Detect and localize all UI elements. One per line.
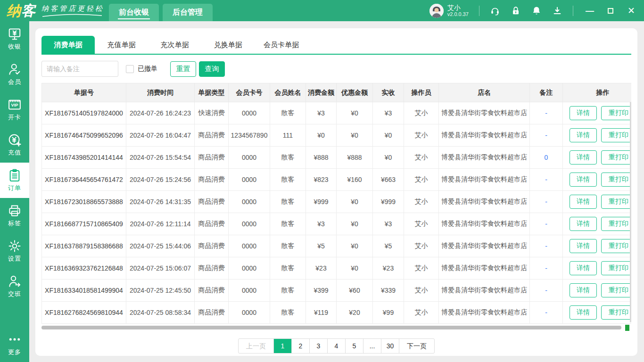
reprint-button[interactable]: 重打印 (601, 305, 631, 320)
pagination-page-2[interactable]: 2 (292, 339, 310, 353)
pagination-page-1[interactable]: 1 (274, 339, 292, 353)
avatar[interactable] (429, 4, 444, 18)
table-row: XF18167230188655738882024-07-26 14:31:35… (42, 191, 632, 213)
column-header: 操作 (563, 83, 632, 102)
reprint-button[interactable]: 重打印 (601, 173, 631, 187)
cell-note: - (530, 102, 563, 124)
detail-button[interactable]: 详情 (570, 150, 597, 165)
cell-store-name: 博爱县清华街零食饮料超市店 (439, 147, 530, 169)
detail-button[interactable]: 详情 (570, 283, 597, 297)
reset-button[interactable]: 重置 (170, 61, 196, 77)
sidebar-item-more[interactable]: 更多 (0, 327, 29, 362)
detail-button[interactable]: 详情 (570, 195, 597, 209)
cancelled-checkbox-label[interactable]: 已撤单 (138, 65, 157, 73)
pagination-next[interactable]: 下一页 (399, 339, 434, 353)
cell-actions: 详情重打印 (563, 235, 632, 257)
note-link[interactable]: 0 (545, 154, 548, 161)
sidebar-item-recharge[interactable]: 充值 (0, 127, 29, 163)
sidebar-item-cashier[interactable]: 收银 (0, 21, 29, 57)
search-button[interactable]: 查询 (199, 61, 225, 77)
cell-consume-time: 2024-07-26 16:04:47 (126, 124, 195, 147)
cell-consume-time: 2024-07-26 16:24:23 (126, 102, 195, 124)
pagination-page-3[interactable]: 3 (310, 339, 328, 353)
cell-bill-type: 商品消费 (195, 280, 229, 302)
reprint-button[interactable]: 重打印 (601, 261, 631, 275)
cell-bill-no: XF1816334018581499904 (42, 280, 126, 302)
detail-button[interactable]: 详情 (570, 305, 597, 320)
maximize-icon[interactable] (606, 7, 615, 15)
nav-tab-backend-manage[interactable]: 后台管理 (163, 4, 213, 21)
pagination-ellipsis[interactable]: ... (363, 339, 381, 353)
sidebar-item-vip-card[interactable]: VIP开卡 (0, 92, 29, 127)
doc-tab-0[interactable]: 消费单据 (41, 36, 95, 54)
reprint-button[interactable]: 重打印 (601, 150, 631, 165)
column-header: 备注 (530, 83, 563, 102)
detail-button[interactable]: 详情 (570, 261, 597, 275)
pagination-page-4[interactable]: 4 (328, 339, 346, 353)
cell-card-no: 0000 (229, 169, 270, 191)
cell-discount-amount: ¥0 (337, 235, 373, 257)
support-headset-icon[interactable] (490, 6, 500, 16)
pagination-page-30[interactable]: 30 (381, 339, 399, 353)
cell-consume-amount: ¥888 (306, 147, 337, 169)
cell-actions: 详情重打印 (563, 169, 632, 191)
bell-icon[interactable] (531, 6, 542, 16)
cell-operator: 艾小 (404, 124, 439, 147)
sidebar-item-shift[interactable]: 交班 (0, 269, 29, 304)
horizontal-scrollbar-thumb[interactable] (41, 326, 621, 329)
table-row: XF18162768245698109442024-07-25 08:58:34… (42, 302, 632, 324)
pagination-page-5[interactable]: 5 (346, 339, 363, 353)
vertical-scrollbar[interactable] (630, 102, 631, 322)
cell-consume-amount: ¥3 (306, 102, 337, 124)
sidebar-item-settings[interactable]: 设置 (0, 233, 29, 269)
detail-button[interactable]: 详情 (570, 173, 597, 187)
cell-note: - (530, 235, 563, 257)
orders-table: 单据号消费时间单据类型会员卡号会员姓名消费金额优惠金额实收操作员店名备注操作 X… (41, 83, 631, 324)
nav-tab-front-cashier[interactable]: 前台收银 (109, 4, 159, 21)
settings-icon (8, 239, 22, 253)
doc-tab-3[interactable]: 兑换单据 (201, 36, 255, 54)
table-header-row: 单据号消费时间单据类型会员卡号会员姓名消费金额优惠金额实收操作员店名备注操作 (42, 83, 632, 102)
cell-card-no: 0000 (229, 102, 270, 124)
sidebar-item-member[interactable]: 会员 (0, 57, 29, 92)
cell-bill-no: XF1816743985201414144 (42, 147, 126, 169)
sidebar-item-orders[interactable]: 订单 (0, 163, 29, 198)
cell-note: - (530, 213, 563, 235)
horizontal-scrollbar-track (41, 325, 631, 331)
detail-button[interactable]: 详情 (570, 106, 597, 120)
cell-member-name: 散客 (270, 280, 306, 302)
doc-tab-2[interactable]: 充次单据 (148, 36, 201, 54)
cancelled-checkbox[interactable] (126, 65, 134, 73)
close-icon[interactable]: ✕ (627, 7, 636, 15)
reprint-button[interactable]: 重打印 (601, 239, 631, 253)
column-header: 单据类型 (195, 83, 229, 102)
reprint-button[interactable]: 重打印 (601, 106, 631, 120)
logo-part1: 纳 (7, 3, 21, 18)
doc-tab-1[interactable]: 充值单据 (95, 36, 148, 54)
cell-bill-type: 商品消费 (195, 257, 229, 280)
user-block[interactable]: 艾小 v2.0.0.37 (429, 4, 469, 18)
cell-card-no: 0000 (229, 191, 270, 213)
document-tabs: 消费单据充值单据充次单据兑换单据会员卡单据 (41, 36, 631, 55)
detail-button[interactable]: 详情 (570, 217, 597, 231)
cell-discount-amount: ¥160 (337, 169, 373, 191)
column-header: 消费金额 (306, 83, 337, 102)
detail-button[interactable]: 详情 (570, 128, 597, 142)
cell-consume-amount: ¥823 (306, 169, 337, 191)
reprint-button[interactable]: 重打印 (601, 217, 631, 231)
reprint-button[interactable]: 重打印 (601, 283, 631, 297)
table-row: XF18163693237621268482024-07-25 15:06:07… (42, 257, 632, 280)
doc-tab-4[interactable]: 会员卡单据 (255, 36, 308, 54)
lock-icon[interactable] (511, 6, 521, 16)
label-icon (8, 204, 22, 218)
reprint-button[interactable]: 重打印 (601, 195, 631, 209)
reprint-button[interactable]: 重打印 (601, 128, 631, 142)
pagination-prev[interactable]: 上一页 (239, 339, 274, 353)
minimize-icon[interactable]: — (586, 7, 594, 15)
note-search-input[interactable] (41, 61, 118, 77)
member-icon (8, 62, 22, 76)
detail-button[interactable]: 详情 (570, 239, 597, 253)
download-icon[interactable] (552, 6, 562, 16)
sidebar-item-label[interactable]: 标签 (0, 198, 29, 233)
scrollbar-corner-marker[interactable] (625, 325, 629, 331)
